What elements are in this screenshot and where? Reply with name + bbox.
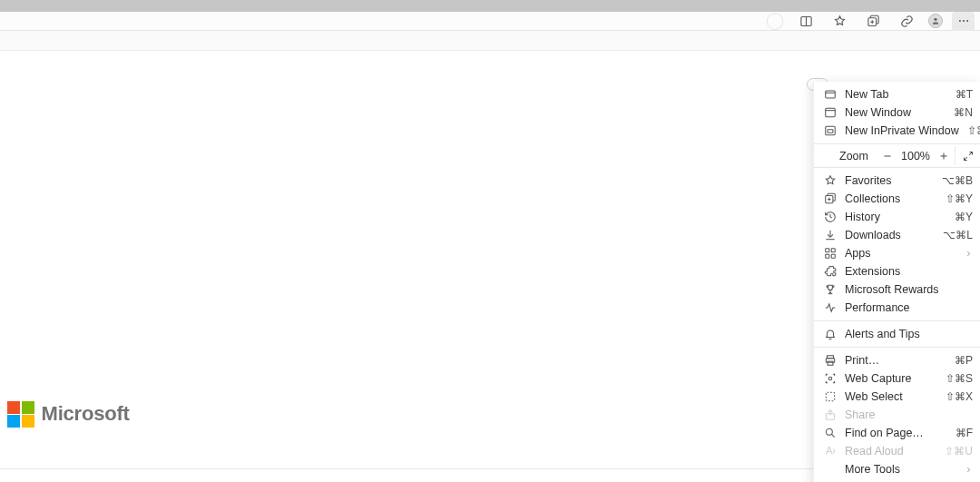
menu-item-label: Share [845, 408, 973, 421]
more-options-button[interactable] [952, 12, 975, 31]
menu-new-tab[interactable]: New Tab ⌘T [814, 85, 980, 103]
chevron-right-icon [964, 465, 973, 474]
star-icon [823, 174, 837, 188]
menu-more-tools[interactable]: More Tools [814, 460, 980, 478]
menu-extensions[interactable]: Extensions [814, 262, 980, 280]
menu-item-label: Web Capture [845, 372, 937, 385]
menu-item-label: Microsoft Rewards [845, 283, 973, 296]
menu-read-aloud: Read Aloud ⇧⌘U [814, 442, 980, 460]
svg-point-7 [958, 20, 960, 22]
menu-item-label: New InPrivate Window [845, 124, 959, 137]
tab-icon [823, 88, 837, 102]
download-icon [823, 229, 837, 242]
menu-item-label: Collections [845, 192, 937, 205]
menu-item-label: More Tools [845, 463, 956, 476]
svg-point-42 [826, 428, 832, 435]
svg-line-24 [964, 157, 967, 161]
menu-downloads[interactable]: Downloads ⌥⌘L [814, 226, 980, 244]
menu-find[interactable]: Find on Page… ⌘F [814, 424, 980, 442]
settings-menu: New Tab ⌘T New Window ⌘N New InPrivate W… [813, 82, 980, 482]
history-icon [823, 211, 837, 224]
bookmarks-bar [0, 31, 980, 51]
menu-item-label: Extensions [845, 265, 973, 278]
printer-icon [823, 354, 837, 368]
menu-web-select[interactable]: Web Select ⇧⌘X [814, 388, 980, 406]
menu-item-shortcut: ⇧⌘X [946, 390, 973, 403]
puzzle-icon [823, 265, 837, 279]
menu-favorites[interactable]: Favorites ⌥⌘B [814, 172, 980, 190]
star-icon [833, 15, 847, 28]
menu-item-shortcut: ⌘Y [955, 211, 973, 223]
pulse-icon [823, 301, 837, 315]
person-icon [931, 16, 940, 25]
menu-item-label: Downloads [845, 229, 935, 241]
blank-icon [823, 463, 837, 477]
apps-icon [823, 247, 837, 261]
menu-item-label: Find on Page… [845, 427, 947, 439]
svg-rect-16 [825, 108, 835, 116]
fullscreen-button[interactable] [955, 146, 980, 165]
browser-toolbar [0, 12, 980, 31]
svg-rect-29 [825, 249, 828, 252]
ellipsis-icon [957, 15, 970, 27]
menu-apps[interactable]: Apps [814, 244, 980, 262]
zoom-out-button[interactable] [877, 146, 898, 165]
svg-rect-18 [825, 126, 835, 134]
menu-alerts[interactable]: Alerts and Tips [814, 325, 980, 343]
menu-new-inprivate[interactable]: New InPrivate Window ⇧⌘N [814, 122, 980, 140]
menu-item-label: History [845, 211, 946, 223]
menu-history[interactable]: History ⌘Y [814, 208, 980, 226]
collections-icon [823, 192, 837, 206]
favorites-button[interactable] [828, 12, 852, 30]
split-screen-icon [799, 15, 813, 28]
select-icon [823, 390, 837, 404]
star-pill[interactable] [767, 13, 783, 30]
svg-rect-32 [831, 254, 835, 258]
menu-print[interactable]: Print… ⌘P [814, 351, 980, 369]
menu-item-label: Favorites [845, 174, 934, 187]
readaloud-icon [823, 445, 837, 458]
link-icon [900, 15, 914, 28]
minus-icon [882, 151, 893, 162]
svg-rect-19 [828, 130, 833, 133]
svg-rect-14 [825, 91, 835, 98]
collections-button[interactable] [861, 12, 886, 30]
menu-item-label: Print… [845, 354, 946, 367]
microsoft-logo-text: Microsoft [42, 402, 130, 426]
menu-item-label: Apps [845, 247, 956, 260]
menu-item-shortcut: ⇧⌘Y [946, 192, 973, 205]
link-button[interactable] [895, 12, 919, 30]
expand-icon [963, 151, 974, 162]
chevron-right-icon [964, 249, 973, 258]
menu-new-window[interactable]: New Window ⌘N [814, 103, 980, 122]
menu-web-capture[interactable]: Web Capture ⇧⌘S [814, 369, 980, 388]
microsoft-logo: Microsoft [7, 401, 130, 428]
menu-item-shortcut: ⌘F [956, 427, 973, 439]
svg-rect-40 [826, 392, 834, 400]
menu-item-shortcut: ⌘N [954, 106, 973, 119]
menu-item-shortcut: ⇧⌘S [946, 372, 973, 385]
split-screen-button[interactable] [794, 12, 818, 30]
zoom-row: Zoom 100% [814, 146, 980, 165]
menu-rewards[interactable]: Microsoft Rewards [814, 280, 980, 299]
zoom-value: 100% [898, 150, 933, 162]
menu-performance[interactable]: Performance [814, 299, 980, 317]
menu-collections[interactable]: Collections ⇧⌘Y [814, 190, 980, 208]
collections-icon [867, 15, 880, 28]
menu-share: Share [814, 406, 980, 424]
menu-item-label: New Tab [845, 88, 947, 101]
zoom-in-button[interactable] [933, 146, 955, 165]
svg-point-6 [934, 18, 936, 21]
svg-line-43 [831, 434, 834, 437]
svg-rect-38 [828, 361, 833, 365]
plus-icon [938, 151, 949, 162]
svg-rect-31 [825, 254, 828, 258]
window-title-bar [0, 0, 980, 12]
svg-point-39 [828, 377, 832, 380]
profile-avatar[interactable] [928, 14, 943, 28]
menu-item-label: Web Select [845, 390, 937, 403]
menu-item-shortcut: ⌘T [956, 88, 973, 101]
menu-item-label: Performance [845, 301, 973, 314]
menu-item-label: Read Aloud [845, 445, 936, 457]
menu-item-label: New Window [845, 106, 946, 119]
